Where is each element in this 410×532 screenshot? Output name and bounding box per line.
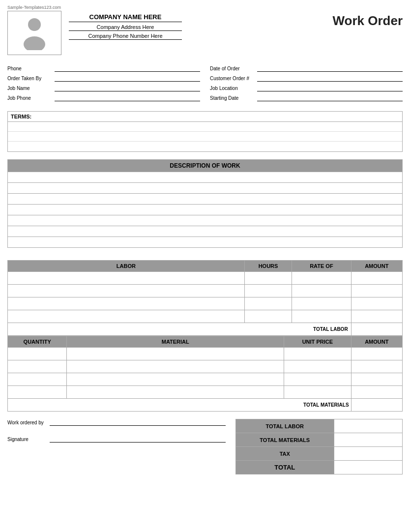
total-labor-label: TOTAL LABOR [8,323,351,336]
work-ordered-by-label: Work ordered by [7,420,47,425]
labor-header-row: LABOR HOURS RATE OF AMOUNT [8,261,403,272]
labor-section: LABOR HOURS RATE OF AMOUNT TOTAL LABOR [7,260,403,336]
signature-input[interactable] [50,436,226,443]
terms-rows [8,122,402,151]
table-row[interactable] [8,172,403,183]
table-row[interactable] [8,205,403,215]
job-name-input[interactable] [55,85,200,91]
total-labor-value[interactable] [351,323,402,336]
job-location-field-row: Job Location [210,85,403,91]
table-row[interactable] [8,237,403,248]
phone-label: Phone [7,66,52,71]
total-materials-label: TOTAL MATERIALS [8,399,351,412]
material-section: QUANTITY MATERIAL UNIT PRICE AMOUNT TOTA… [7,336,403,412]
terms-row-1[interactable] [8,122,402,132]
watermark: Sample-Templates123.com [7,5,403,10]
labor-amount-col-header: AMOUNT [351,261,402,272]
starting-date-input[interactable] [257,94,403,101]
phone-field-row: Phone [7,65,200,72]
labor-col-header: LABOR [8,261,245,272]
total-materials-summary-label: TOTAL MATERIALS [236,433,334,447]
material-col-header: MATERIAL [67,336,284,348]
totals-table: TOTAL LABOR TOTAL MATERIALS TAX TOTAL [235,419,403,474]
company-phone: Company Phone Number Here [69,33,182,40]
order-taken-by-field-row: Order Taken By [7,75,200,82]
grand-total-value[interactable] [334,461,403,474]
svg-point-1 [24,36,45,50]
material-header-row: QUANTITY MATERIAL UNIT PRICE AMOUNT [8,336,403,348]
tax-row: TAX [236,447,403,461]
material-table: QUANTITY MATERIAL UNIT PRICE AMOUNT TOTA… [7,336,403,412]
starting-date-field-row: Starting Date [210,94,403,101]
table-row[interactable] [8,194,403,205]
total-labor-summary-label: TOTAL LABOR [236,419,334,433]
terms-row-2[interactable] [8,132,402,142]
table-row[interactable] [8,226,403,237]
grand-total-label: TOTAL [236,461,334,474]
starting-date-label: Starting Date [210,95,254,101]
total-materials-value[interactable] [351,399,402,412]
unit-price-col-header: UNIT PRICE [284,336,351,348]
date-of-order-label: Date of Order [210,66,254,71]
grand-total-row: TOTAL [236,461,403,474]
order-taken-by-label: Order Taken By [7,76,52,81]
date-of-order-input[interactable] [257,65,403,72]
date-of-order-field-row: Date of Order [210,65,403,72]
order-taken-by-input[interactable] [55,75,200,82]
job-name-label: Job Name [7,86,52,91]
job-location-label: Job Location [210,86,254,91]
total-labor-summary-value[interactable] [334,419,403,433]
description-table [7,172,403,248]
svg-point-0 [28,18,41,31]
tax-label: TAX [236,447,334,461]
job-phone-label: Job Phone [7,95,52,101]
form-fields: Phone Date of Order Order Taken By Custo… [7,65,403,101]
table-row[interactable] [8,183,403,194]
company-name: COMPANY NAME HERE [69,13,182,22]
job-location-input[interactable] [257,85,403,91]
terms-row-3[interactable] [8,142,402,151]
job-name-field-row: Job Name [7,85,200,91]
table-row[interactable] [8,373,403,386]
table-row[interactable] [8,285,403,297]
total-labor-summary-row: TOTAL LABOR [236,419,403,433]
work-order-title: Work Order [332,13,403,29]
table-row[interactable] [8,310,403,323]
signature-label: Signature [7,437,47,442]
table-row[interactable] [8,360,403,373]
table-row[interactable] [8,272,403,285]
customer-order-label: Customer Order # [210,76,254,81]
summary-section: Work ordered by Signature TOTAL LABOR TO… [7,419,403,474]
total-materials-row: TOTAL MATERIALS [8,399,403,412]
job-phone-input[interactable] [55,94,200,101]
material-amount-col-header: AMOUNT [351,336,402,348]
total-materials-summary-value[interactable] [334,433,403,447]
labor-table: LABOR HOURS RATE OF AMOUNT TOTAL LABOR [7,260,403,336]
description-section: DESCRIPTION OF WORK [7,159,403,248]
tax-value[interactable] [334,447,403,461]
description-header: DESCRIPTION OF WORK [7,159,403,172]
rate-col-header: RATE OF [292,261,351,272]
terms-header: TERMS: [8,112,402,122]
customer-order-input[interactable] [257,75,403,82]
signature-section: Work ordered by Signature [7,419,226,445]
header: COMPANY NAME HERE Company Address Here C… [7,11,403,55]
company-address: Company Address Here [69,24,182,31]
job-phone-field-row: Job Phone [7,94,200,101]
total-labor-row: TOTAL LABOR [8,323,403,336]
table-row[interactable] [8,215,403,226]
work-ordered-by-input[interactable] [50,419,226,426]
company-info: COMPANY NAME HERE Company Address Here C… [69,11,182,42]
customer-order-field-row: Customer Order # [210,75,403,82]
work-ordered-by-row: Work ordered by [7,419,226,426]
total-materials-summary-row: TOTAL MATERIALS [236,433,403,447]
terms-section: TERMS: [7,111,403,152]
quantity-col-header: QUANTITY [8,336,67,348]
table-row[interactable] [8,386,403,399]
hours-col-header: HOURS [244,261,292,272]
person-icon [20,16,49,50]
signature-row: Signature [7,436,226,443]
phone-input[interactable] [55,65,200,72]
table-row[interactable] [8,297,403,310]
table-row[interactable] [8,348,403,360]
